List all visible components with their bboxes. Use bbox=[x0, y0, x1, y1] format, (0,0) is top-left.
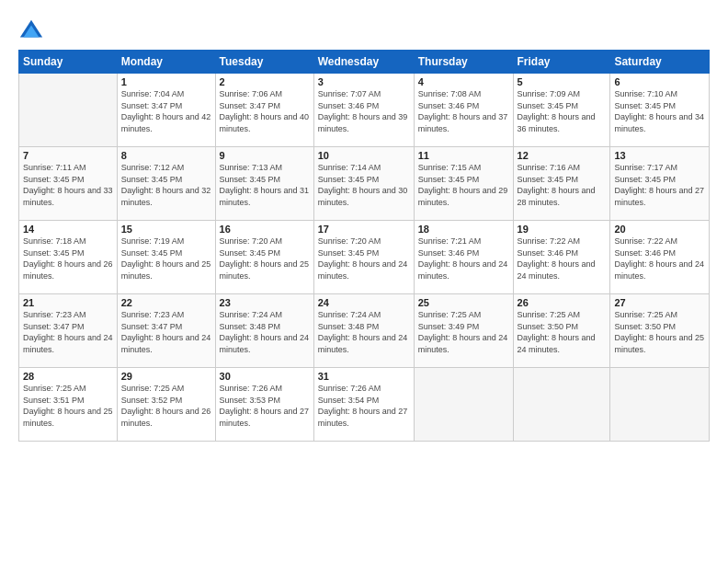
day-number: 23 bbox=[220, 297, 310, 308]
day-number: 4 bbox=[418, 76, 509, 87]
day-number: 11 bbox=[418, 150, 509, 161]
calendar-cell: 26Sunrise: 7:25 AMSunset: 3:50 PMDayligh… bbox=[513, 294, 610, 368]
day-detail: Sunrise: 7:13 AMSunset: 3:45 PMDaylight:… bbox=[220, 162, 310, 208]
calendar-cell: 23Sunrise: 7:24 AMSunset: 3:48 PMDayligh… bbox=[215, 294, 313, 368]
calendar-cell bbox=[414, 368, 513, 442]
calendar-cell: 31Sunrise: 7:26 AMSunset: 3:54 PMDayligh… bbox=[313, 368, 414, 442]
weekday-header-sunday: Sunday bbox=[19, 51, 118, 74]
day-detail: Sunrise: 7:25 AMSunset: 3:52 PMDaylight:… bbox=[121, 383, 211, 429]
day-number: 30 bbox=[220, 371, 310, 382]
weekday-header-monday: Monday bbox=[117, 51, 215, 74]
day-number: 20 bbox=[614, 224, 705, 235]
day-detail: Sunrise: 7:15 AMSunset: 3:45 PMDaylight:… bbox=[418, 162, 509, 208]
calendar-cell: 13Sunrise: 7:17 AMSunset: 3:45 PMDayligh… bbox=[610, 147, 710, 221]
day-detail: Sunrise: 7:20 AMSunset: 3:45 PMDaylight:… bbox=[220, 236, 310, 282]
calendar-cell: 28Sunrise: 7:25 AMSunset: 3:51 PMDayligh… bbox=[19, 368, 118, 442]
calendar-cell: 19Sunrise: 7:22 AMSunset: 3:46 PMDayligh… bbox=[513, 221, 610, 294]
calendar-cell: 4Sunrise: 7:08 AMSunset: 3:46 PMDaylight… bbox=[414, 74, 513, 147]
day-detail: Sunrise: 7:26 AMSunset: 3:54 PMDaylight:… bbox=[318, 383, 410, 429]
day-number: 18 bbox=[418, 224, 509, 235]
weekday-header-tuesday: Tuesday bbox=[215, 51, 313, 74]
calendar-cell: 20Sunrise: 7:22 AMSunset: 3:46 PMDayligh… bbox=[610, 221, 710, 294]
calendar-cell: 1Sunrise: 7:04 AMSunset: 3:47 PMDaylight… bbox=[117, 74, 215, 147]
header bbox=[18, 15, 710, 44]
calendar-cell bbox=[610, 368, 710, 442]
week-row-2: 7Sunrise: 7:11 AMSunset: 3:45 PMDaylight… bbox=[19, 147, 710, 221]
day-detail: Sunrise: 7:22 AMSunset: 3:46 PMDaylight:… bbox=[614, 236, 705, 282]
day-number: 9 bbox=[220, 150, 310, 161]
day-detail: Sunrise: 7:25 AMSunset: 3:51 PMDaylight:… bbox=[23, 383, 113, 429]
day-number: 28 bbox=[23, 371, 113, 382]
calendar-cell: 2Sunrise: 7:06 AMSunset: 3:47 PMDaylight… bbox=[215, 74, 313, 147]
weekday-header-wednesday: Wednesday bbox=[313, 51, 414, 74]
day-detail: Sunrise: 7:25 AMSunset: 3:49 PMDaylight:… bbox=[418, 309, 509, 355]
week-row-5: 28Sunrise: 7:25 AMSunset: 3:51 PMDayligh… bbox=[19, 368, 710, 442]
day-detail: Sunrise: 7:17 AMSunset: 3:45 PMDaylight:… bbox=[614, 162, 705, 208]
day-number: 31 bbox=[318, 371, 410, 382]
day-detail: Sunrise: 7:09 AMSunset: 3:45 PMDaylight:… bbox=[518, 88, 607, 134]
calendar-cell: 12Sunrise: 7:16 AMSunset: 3:45 PMDayligh… bbox=[513, 147, 610, 221]
calendar-cell: 29Sunrise: 7:25 AMSunset: 3:52 PMDayligh… bbox=[117, 368, 215, 442]
day-number: 1 bbox=[121, 76, 211, 87]
calendar-page: SundayMondayTuesdayWednesdayThursdayFrid… bbox=[0, 0, 728, 563]
weekday-header-friday: Friday bbox=[513, 51, 610, 74]
calendar-cell: 15Sunrise: 7:19 AMSunset: 3:45 PMDayligh… bbox=[117, 221, 215, 294]
day-number: 25 bbox=[418, 297, 509, 308]
calendar-cell: 18Sunrise: 7:21 AMSunset: 3:46 PMDayligh… bbox=[414, 221, 513, 294]
calendar-cell: 25Sunrise: 7:25 AMSunset: 3:49 PMDayligh… bbox=[414, 294, 513, 368]
day-detail: Sunrise: 7:26 AMSunset: 3:53 PMDaylight:… bbox=[220, 383, 310, 429]
day-detail: Sunrise: 7:06 AMSunset: 3:47 PMDaylight:… bbox=[220, 88, 310, 134]
day-number: 6 bbox=[614, 76, 705, 87]
day-detail: Sunrise: 7:07 AMSunset: 3:46 PMDaylight:… bbox=[318, 88, 410, 134]
calendar-cell: 7Sunrise: 7:11 AMSunset: 3:45 PMDaylight… bbox=[19, 147, 118, 221]
week-row-1: 1Sunrise: 7:04 AMSunset: 3:47 PMDaylight… bbox=[19, 74, 710, 147]
day-number: 14 bbox=[23, 224, 113, 235]
day-number: 27 bbox=[614, 297, 705, 308]
calendar-cell: 16Sunrise: 7:20 AMSunset: 3:45 PMDayligh… bbox=[215, 221, 313, 294]
day-detail: Sunrise: 7:24 AMSunset: 3:48 PMDaylight:… bbox=[220, 309, 310, 355]
day-number: 24 bbox=[318, 297, 410, 308]
calendar-cell: 21Sunrise: 7:23 AMSunset: 3:47 PMDayligh… bbox=[19, 294, 118, 368]
day-number: 3 bbox=[318, 76, 410, 87]
weekday-header-saturday: Saturday bbox=[610, 51, 710, 74]
calendar-cell: 17Sunrise: 7:20 AMSunset: 3:45 PMDayligh… bbox=[313, 221, 414, 294]
logo bbox=[18, 18, 48, 44]
calendar-cell bbox=[19, 74, 118, 147]
day-number: 21 bbox=[23, 297, 113, 308]
day-detail: Sunrise: 7:16 AMSunset: 3:45 PMDaylight:… bbox=[518, 162, 607, 208]
day-number: 7 bbox=[23, 150, 113, 161]
day-number: 13 bbox=[614, 150, 705, 161]
day-detail: Sunrise: 7:19 AMSunset: 3:45 PMDaylight:… bbox=[121, 236, 211, 282]
day-detail: Sunrise: 7:20 AMSunset: 3:45 PMDaylight:… bbox=[318, 236, 410, 282]
week-row-4: 21Sunrise: 7:23 AMSunset: 3:47 PMDayligh… bbox=[19, 294, 710, 368]
day-number: 19 bbox=[518, 224, 607, 235]
day-detail: Sunrise: 7:22 AMSunset: 3:46 PMDaylight:… bbox=[518, 236, 607, 282]
day-detail: Sunrise: 7:23 AMSunset: 3:47 PMDaylight:… bbox=[121, 309, 211, 355]
calendar-cell bbox=[513, 368, 610, 442]
calendar-cell: 9Sunrise: 7:13 AMSunset: 3:45 PMDaylight… bbox=[215, 147, 313, 221]
day-detail: Sunrise: 7:14 AMSunset: 3:45 PMDaylight:… bbox=[318, 162, 410, 208]
day-detail: Sunrise: 7:10 AMSunset: 3:45 PMDaylight:… bbox=[614, 88, 705, 134]
logo-icon bbox=[18, 18, 44, 44]
day-detail: Sunrise: 7:23 AMSunset: 3:47 PMDaylight:… bbox=[23, 309, 113, 355]
calendar-cell: 10Sunrise: 7:14 AMSunset: 3:45 PMDayligh… bbox=[313, 147, 414, 221]
day-number: 16 bbox=[220, 224, 310, 235]
day-detail: Sunrise: 7:18 AMSunset: 3:45 PMDaylight:… bbox=[23, 236, 113, 282]
calendar-cell: 11Sunrise: 7:15 AMSunset: 3:45 PMDayligh… bbox=[414, 147, 513, 221]
day-number: 29 bbox=[121, 371, 211, 382]
calendar-table: SundayMondayTuesdayWednesdayThursdayFrid… bbox=[18, 50, 710, 442]
day-number: 5 bbox=[518, 76, 607, 87]
day-detail: Sunrise: 7:21 AMSunset: 3:46 PMDaylight:… bbox=[418, 236, 509, 282]
calendar-cell: 22Sunrise: 7:23 AMSunset: 3:47 PMDayligh… bbox=[117, 294, 215, 368]
day-number: 12 bbox=[518, 150, 607, 161]
day-number: 26 bbox=[518, 297, 607, 308]
day-number: 17 bbox=[318, 224, 410, 235]
day-number: 15 bbox=[121, 224, 211, 235]
weekday-header-row: SundayMondayTuesdayWednesdayThursdayFrid… bbox=[19, 51, 710, 74]
calendar-cell: 24Sunrise: 7:24 AMSunset: 3:48 PMDayligh… bbox=[313, 294, 414, 368]
week-row-3: 14Sunrise: 7:18 AMSunset: 3:45 PMDayligh… bbox=[19, 221, 710, 294]
calendar-cell: 8Sunrise: 7:12 AMSunset: 3:45 PMDaylight… bbox=[117, 147, 215, 221]
day-detail: Sunrise: 7:11 AMSunset: 3:45 PMDaylight:… bbox=[23, 162, 113, 208]
day-number: 8 bbox=[121, 150, 211, 161]
day-detail: Sunrise: 7:24 AMSunset: 3:48 PMDaylight:… bbox=[318, 309, 410, 355]
